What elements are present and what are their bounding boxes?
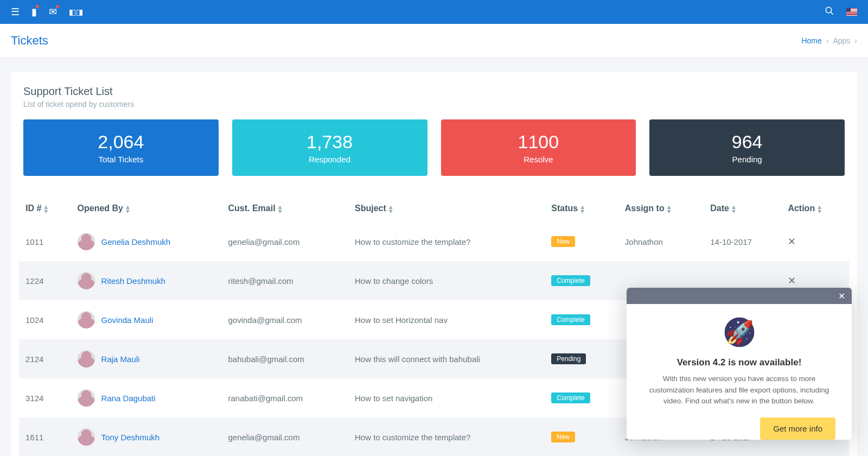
cell-status: Complete (545, 261, 618, 300)
col-date[interactable]: Date▲▼ (704, 195, 781, 222)
status-badge: New (551, 236, 575, 247)
avatar (78, 389, 95, 407)
stat-teal: 1,738Responded (232, 119, 427, 176)
topbar: ☰ ▮ ✉ ◧◨ (0, 0, 868, 24)
breadcrumb-current: Apps (833, 36, 850, 45)
cell-date: 14-10-2017 (704, 222, 781, 261)
stats-row: 2,064Total Tickets1,738Responded1100Reso… (19, 119, 849, 176)
col-status[interactable]: Status▲▼ (545, 195, 618, 222)
cell-opened-by: Tony Deshmukh (71, 417, 222, 456)
close-icon[interactable]: ✕ (838, 291, 845, 301)
col-action[interactable]: Action▲▼ (781, 195, 849, 222)
cell-email: govinda@gmail.com (221, 300, 348, 339)
stat-label: Pending (655, 155, 839, 164)
stat-value: 964 (655, 131, 839, 153)
cell-email: genelia@gmail.com (221, 417, 348, 456)
topbar-left: ☰ ▮ ✉ ◧◨ (11, 6, 83, 18)
chat-icon[interactable]: ▮ (31, 6, 37, 18)
chevron-right-icon: › (854, 36, 857, 45)
breadcrumb-home[interactable]: Home (801, 36, 821, 45)
avatar (78, 428, 95, 446)
user-link[interactable]: Ritesh Deshmukh (101, 276, 165, 286)
popup-header: ✕ (627, 288, 852, 304)
status-badge: Complete (551, 392, 590, 403)
col-email[interactable]: Cust. Email▲▼ (221, 195, 348, 222)
stat-red: 1100Resolve (441, 119, 636, 176)
stat-value: 1,738 (238, 131, 422, 153)
cell-status: New (545, 222, 618, 261)
rocket-icon: 🚀 (722, 315, 757, 350)
cell-status: Complete (545, 300, 618, 339)
cell-id: 1224 (19, 261, 71, 300)
table-row: 1011Genelia Deshmukhgenelia@gmail.comHow… (19, 222, 849, 261)
topbar-right (825, 6, 857, 18)
user-link[interactable]: Genelia Deshmukh (101, 237, 171, 246)
mail-icon[interactable]: ✉ (49, 6, 57, 18)
flag-icon[interactable] (846, 8, 857, 16)
status-badge: New (551, 432, 575, 442)
cell-subject: How to customize the template? (348, 222, 545, 261)
user-link[interactable]: Tony Deshmukh (101, 433, 160, 442)
cell-email: ritesh@gmail.com (221, 261, 348, 300)
cell-opened-by: Genelia Deshmukh (71, 222, 222, 261)
stat-label: Total Tickets (29, 155, 213, 164)
cell-subject: How this will connect with bahubali (348, 339, 545, 378)
avatar (78, 350, 95, 368)
cell-action: ✕ (781, 222, 849, 261)
cell-id: 1024 (19, 300, 71, 339)
avatar (78, 311, 95, 328)
cell-subject: How to change colors (348, 261, 545, 300)
breadcrumb: Home › Apps › (801, 36, 857, 45)
cell-email: bahubali@gmail.com (221, 339, 348, 378)
menu-icon[interactable]: ☰ (11, 6, 20, 18)
cell-subject: How to set Horizontal nav (348, 300, 545, 339)
cell-subject: How to customize the template? (348, 417, 545, 456)
status-badge: Pending (551, 353, 586, 364)
cell-status: Pending (545, 339, 618, 378)
apps-icon[interactable]: ◧◨ (69, 8, 83, 16)
cell-email: genelia@gmail.com (221, 222, 348, 261)
page-header: Tickets Home › Apps › (0, 24, 868, 58)
get-more-info-button[interactable]: Get more info (760, 417, 835, 440)
cell-opened-by: Raja Mauli (71, 339, 222, 378)
delete-icon[interactable]: ✕ (788, 275, 796, 286)
page-title: Tickets (11, 34, 48, 48)
cell-subject: How to set navigation (348, 378, 545, 417)
stat-dark: 964Pending (649, 119, 845, 176)
col-id[interactable]: ID #▲▼ (19, 195, 71, 222)
stat-value: 1100 (446, 131, 631, 153)
cell-status: Complete (545, 378, 618, 417)
stat-label: Resolve (446, 155, 631, 164)
avatar (78, 272, 95, 289)
col-subject[interactable]: Sbuject▲▼ (348, 195, 545, 222)
popup-title: Version 4.2 is now available! (643, 357, 835, 368)
cell-id: 2124 (19, 339, 71, 378)
chevron-right-icon: › (826, 36, 829, 45)
update-popup: ✕ 🚀 Version 4.2 is now available! With t… (627, 288, 852, 440)
cell-id: 1611 (19, 417, 71, 456)
svg-point-0 (826, 7, 832, 13)
cell-opened-by: Govinda Mauli (71, 300, 222, 339)
cell-opened-by: Ritesh Deshmukh (71, 261, 222, 300)
user-link[interactable]: Raja Mauli (101, 354, 140, 364)
cell-status: New (545, 417, 618, 456)
user-link[interactable]: Rana Dagubati (101, 394, 156, 403)
search-icon[interactable] (825, 6, 834, 18)
cell-assign: Johnathon (618, 222, 704, 261)
cell-id: 3124 (19, 378, 71, 417)
col-opened-by[interactable]: Opened By▲▼ (71, 195, 222, 222)
delete-icon[interactable]: ✕ (788, 236, 796, 247)
stat-label: Responded (238, 155, 422, 164)
stat-blue: 2,064Total Tickets (23, 119, 219, 176)
col-assign[interactable]: Assign to▲▼ (618, 195, 704, 222)
card-subtitle: List of ticket opend by customers (23, 100, 845, 109)
cell-id: 1011 (19, 222, 71, 261)
avatar (78, 233, 95, 250)
status-badge: Complete (551, 314, 590, 325)
stat-value: 2,064 (29, 131, 213, 153)
svg-line-1 (831, 12, 833, 15)
cell-opened-by: Rana Dagubati (71, 378, 222, 417)
user-link[interactable]: Govinda Mauli (101, 315, 154, 325)
cell-email: ranabati@gmail.com (221, 378, 348, 417)
status-badge: Complete (551, 275, 590, 286)
